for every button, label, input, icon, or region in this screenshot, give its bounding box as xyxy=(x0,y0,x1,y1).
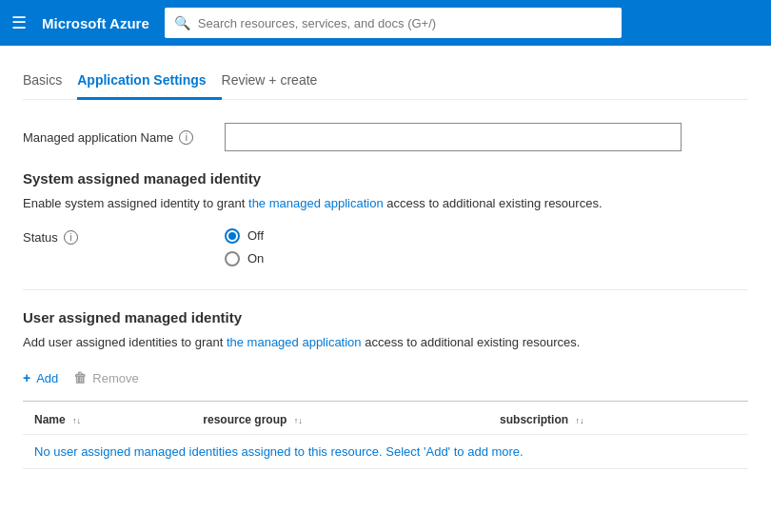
identities-table: Name ↑↓ resource group ↑↓ subscription ↑… xyxy=(23,405,748,469)
status-off-label: Off xyxy=(247,228,264,243)
hamburger-menu-icon[interactable]: ☰ xyxy=(11,12,27,33)
status-off-option[interactable]: Off xyxy=(225,228,264,244)
status-off-radio[interactable] xyxy=(225,228,240,244)
status-radio-group: Off On xyxy=(225,228,264,266)
status-row: Status i Off On xyxy=(23,228,748,266)
empty-message: No user assigned managed identities assi… xyxy=(23,435,748,469)
search-input[interactable] xyxy=(198,16,612,30)
table-header: Name ↑↓ resource group ↑↓ subscription ↑… xyxy=(23,405,748,435)
search-bar: 🔍 xyxy=(165,8,622,38)
sort-name-icon: ↑↓ xyxy=(72,416,81,425)
section-divider xyxy=(23,289,748,290)
status-label: Status xyxy=(23,230,58,245)
managed-app-name-info-icon[interactable]: i xyxy=(179,130,193,145)
tab-review-create[interactable]: Review + create xyxy=(222,65,333,100)
status-on-label: On xyxy=(247,251,264,266)
system-identity-description: Enable system assigned identity to grant… xyxy=(23,194,748,213)
status-on-radio[interactable] xyxy=(225,251,240,266)
user-identity-link[interactable]: the managed application xyxy=(227,335,362,349)
col-name[interactable]: Name ↑↓ xyxy=(23,405,191,435)
remove-button[interactable]: 🗑 Remove xyxy=(73,366,138,389)
managed-app-name-input[interactable] xyxy=(225,123,682,151)
toolbar-separator xyxy=(23,401,748,402)
managed-app-name-row: Managed application Name i xyxy=(23,123,748,151)
status-label-col: Status i xyxy=(23,228,213,245)
remove-label: Remove xyxy=(92,371,138,385)
col-resource-group[interactable]: resource group ↑↓ xyxy=(191,405,488,435)
tab-basics[interactable]: Basics xyxy=(23,65,77,100)
status-info-icon[interactable]: i xyxy=(64,230,78,245)
top-navigation: ☰ Microsoft Azure 🔍 xyxy=(0,0,771,46)
sort-sub-icon: ↑↓ xyxy=(575,416,583,425)
add-label: Add xyxy=(36,371,58,385)
action-toolbar: + Add 🗑 Remove xyxy=(23,366,748,389)
col-subscription[interactable]: subscription ↑↓ xyxy=(488,405,748,435)
trash-icon: 🗑 xyxy=(73,370,87,385)
sort-rg-icon: ↑↓ xyxy=(294,416,303,425)
system-identity-heading: System assigned managed identity xyxy=(23,170,748,187)
add-icon: + xyxy=(23,370,30,385)
empty-row: No user assigned managed identities assi… xyxy=(23,435,748,469)
tab-bar: Basics Application Settings Review + cre… xyxy=(23,65,748,100)
user-identity-description: Add user assigned identities to grant th… xyxy=(23,333,748,352)
managed-app-name-label: Managed application Name i xyxy=(23,130,213,145)
tab-application-settings[interactable]: Application Settings xyxy=(77,65,221,100)
status-on-option[interactable]: On xyxy=(225,251,264,266)
add-button[interactable]: + Add xyxy=(23,366,58,389)
user-identity-heading: User assigned managed identity xyxy=(23,309,748,325)
main-content: Basics Application Settings Review + cre… xyxy=(0,46,771,488)
app-logo: Microsoft Azure xyxy=(42,15,149,31)
table-body: No user assigned managed identities assi… xyxy=(23,435,748,469)
search-icon: 🔍 xyxy=(174,15,190,30)
system-identity-link[interactable]: the managed application xyxy=(248,196,384,210)
